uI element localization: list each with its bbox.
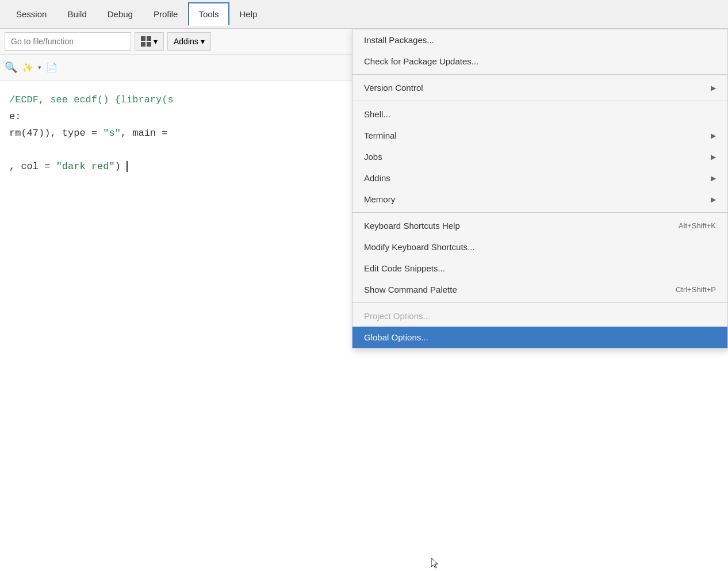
grid-icon bbox=[141, 36, 151, 47]
menu-item-memory[interactable]: Memory ▶ bbox=[352, 189, 727, 210]
keyboard-shortcuts-shortcut: Alt+Shift+K bbox=[679, 221, 716, 230]
version-control-arrow: ▶ bbox=[711, 84, 716, 92]
menubar-item-help[interactable]: Help bbox=[229, 2, 268, 26]
code-text-2: e: bbox=[9, 111, 21, 122]
menubar-item-profile[interactable]: Profile bbox=[143, 2, 189, 26]
separator-1 bbox=[352, 74, 727, 75]
command-palette-shortcut: Ctrl+Shift+P bbox=[676, 285, 716, 294]
menu-item-version-control[interactable]: Version Control ▶ bbox=[352, 77, 727, 98]
text-cursor bbox=[121, 161, 128, 172]
menu-item-global-options[interactable]: Global Options... bbox=[352, 327, 727, 348]
menubar-item-tools[interactable]: Tools bbox=[188, 2, 229, 26]
menu-label-version-control: Version Control bbox=[364, 83, 423, 93]
memory-arrow: ▶ bbox=[711, 196, 716, 204]
code-string-5: "dark red" bbox=[56, 161, 115, 172]
goto-input[interactable] bbox=[5, 32, 131, 51]
doc-icon[interactable]: 📄 bbox=[46, 62, 58, 73]
code-text-5a: , col = bbox=[9, 161, 56, 172]
code-string-3: "s" bbox=[103, 128, 121, 139]
separator-2 bbox=[352, 101, 727, 101]
menu-item-check-updates[interactable]: Check for Package Updates... bbox=[352, 51, 727, 72]
menu-label-modify-shortcuts: Modify Keyboard Shortcuts... bbox=[364, 242, 475, 252]
menu-label-install-packages: Install Packages... bbox=[364, 35, 434, 45]
menubar: Session Build Debug Profile Tools Help bbox=[0, 0, 728, 29]
grid-dropdown-arrow: ▾ bbox=[154, 37, 158, 46]
menu-label-jobs: Jobs bbox=[364, 152, 382, 162]
menubar-item-build[interactable]: Build bbox=[57, 2, 97, 26]
menu-label-shell: Shell... bbox=[364, 109, 390, 119]
menu-label-global-options: Global Options... bbox=[364, 332, 428, 342]
tools-dropdown-menu: Install Packages... Check for Package Up… bbox=[352, 29, 728, 348]
menu-item-install-packages[interactable]: Install Packages... bbox=[352, 29, 727, 51]
menu-label-keyboard-shortcuts: Keyboard Shortcuts Help bbox=[364, 221, 460, 231]
menu-label-project-options: Project Options... bbox=[364, 311, 430, 321]
code-text-3b: , main = bbox=[121, 128, 168, 139]
jobs-arrow: ▶ bbox=[711, 153, 716, 161]
menu-item-jobs[interactable]: Jobs ▶ bbox=[352, 146, 727, 167]
menu-item-project-options[interactable]: Project Options... bbox=[352, 305, 727, 327]
menu-label-edit-snippets: Edit Code Snippets... bbox=[364, 263, 445, 273]
menu-item-shell[interactable]: Shell... bbox=[352, 104, 727, 125]
menu-item-terminal[interactable]: Terminal ▶ bbox=[352, 125, 727, 146]
menu-item-edit-code-snippets[interactable]: Edit Code Snippets... bbox=[352, 258, 727, 279]
menu-label-memory: Memory bbox=[364, 194, 395, 204]
code-text-5b: ) bbox=[115, 161, 121, 172]
separator-3 bbox=[352, 212, 727, 213]
terminal-arrow: ▶ bbox=[711, 132, 716, 140]
menu-label-terminal: Terminal bbox=[364, 131, 397, 140]
menu-label-check-updates: Check for Package Updates... bbox=[364, 56, 478, 66]
menubar-item-debug[interactable]: Debug bbox=[97, 2, 143, 26]
menu-item-addins[interactable]: Addins ▶ bbox=[352, 167, 727, 189]
menu-item-keyboard-shortcuts-help[interactable]: Keyboard Shortcuts Help Alt+Shift+K bbox=[352, 215, 727, 236]
menu-item-show-command-palette[interactable]: Show Command Palette Ctrl+Shift+P bbox=[352, 279, 727, 300]
grid-view-button[interactable]: ▾ bbox=[135, 32, 164, 51]
wand-icon[interactable]: ✨ bbox=[22, 62, 33, 73]
separator-4 bbox=[352, 302, 727, 303]
addins-label: Addins bbox=[174, 37, 198, 46]
menu-label-addins: Addins bbox=[364, 173, 390, 183]
addins-arrow: ▾ bbox=[201, 37, 205, 46]
addins-button[interactable]: Addins ▾ bbox=[167, 32, 211, 51]
menu-item-modify-keyboard-shortcuts[interactable]: Modify Keyboard Shortcuts... bbox=[352, 236, 727, 258]
code-text-3a: rm(47)), type = bbox=[9, 128, 103, 139]
search-icon[interactable]: 🔍 bbox=[5, 61, 17, 74]
code-comment-1: /ECDF, see ecdf() {library(s bbox=[9, 94, 174, 105]
menu-label-command-palette: Show Command Palette bbox=[364, 285, 457, 294]
wand-dropdown[interactable]: ▾ bbox=[38, 64, 41, 71]
addins-menu-arrow: ▶ bbox=[711, 174, 716, 182]
menubar-item-session[interactable]: Session bbox=[6, 2, 57, 26]
